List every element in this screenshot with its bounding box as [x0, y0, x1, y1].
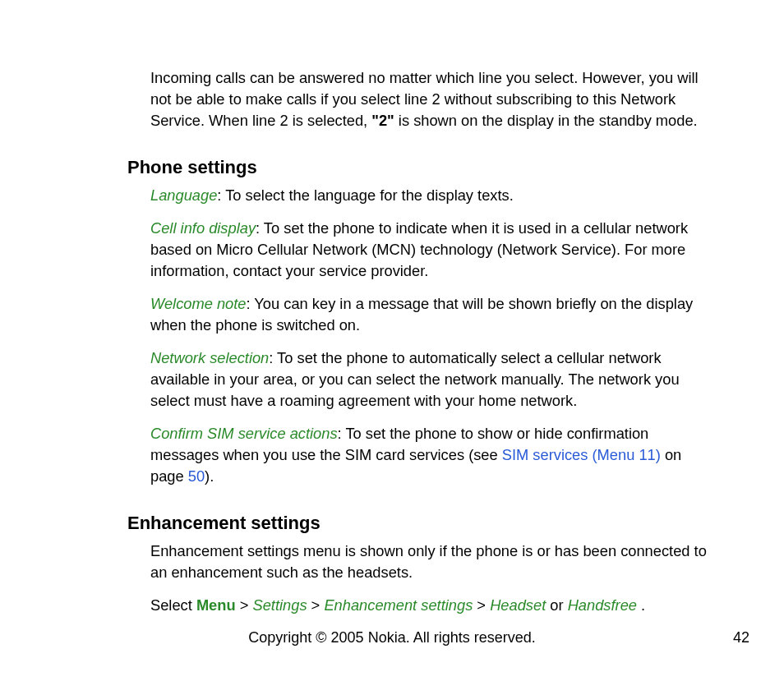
- nav-sep-3: >: [473, 596, 490, 614]
- enhancement-intro: Enhancement settings menu is shown only …: [150, 541, 710, 583]
- intro-paragraph: Incoming calls can be answered no matter…: [150, 67, 710, 131]
- setting-confirm-sim: Confirm SIM service actions: To set the …: [150, 423, 710, 487]
- term-cell-info: Cell info display: [150, 219, 256, 237]
- term-language: Language: [150, 186, 217, 204]
- enhancement-nav: Select Menu > Settings > Enhancement set…: [150, 595, 710, 616]
- nav-menu: Menu: [196, 596, 236, 614]
- setting-language: Language: To select the language for the…: [150, 185, 710, 206]
- enhancement-settings-heading: Enhancement settings: [127, 510, 710, 536]
- nav-sep-2: >: [307, 596, 325, 614]
- nav-settings: Settings: [252, 596, 307, 614]
- intro-text-2: is shown on the display in the standby m…: [394, 112, 698, 129]
- copyright-footer: Copyright © 2005 Nokia. All rights reser…: [0, 629, 784, 646]
- term-welcome-note: Welcome note: [150, 295, 247, 312]
- nav-sep-1: >: [236, 596, 253, 614]
- term-network-selection: Network selection: [150, 349, 269, 366]
- nav-headset: Headset: [490, 596, 546, 614]
- nav-enhancement: Enhancement settings: [324, 596, 473, 614]
- nav-prefix: Select: [150, 596, 196, 614]
- link-page-50[interactable]: 50: [188, 467, 205, 485]
- phone-settings-heading: Phone settings: [127, 154, 710, 180]
- term-confirm-sim: Confirm SIM service actions: [150, 425, 338, 442]
- text-language: : To select the language for the display…: [217, 186, 513, 204]
- setting-welcome-note: Welcome note: You can key in a message t…: [150, 293, 710, 336]
- text-confirm-3: ).: [205, 467, 214, 485]
- link-sim-services[interactable]: SIM services (Menu 11): [502, 446, 661, 463]
- nav-or: or: [546, 596, 567, 614]
- nav-handsfree: Handsfree: [568, 596, 641, 614]
- setting-network-selection: Network selection: To set the phone to a…: [150, 347, 710, 412]
- intro-bold: "2": [371, 112, 394, 129]
- nav-suffix: .: [641, 596, 645, 614]
- page-content: Incoming calls can be answered no matter…: [0, 0, 784, 616]
- page-number: 42: [733, 629, 749, 646]
- setting-cell-info: Cell info display: To set the phone to i…: [150, 218, 710, 282]
